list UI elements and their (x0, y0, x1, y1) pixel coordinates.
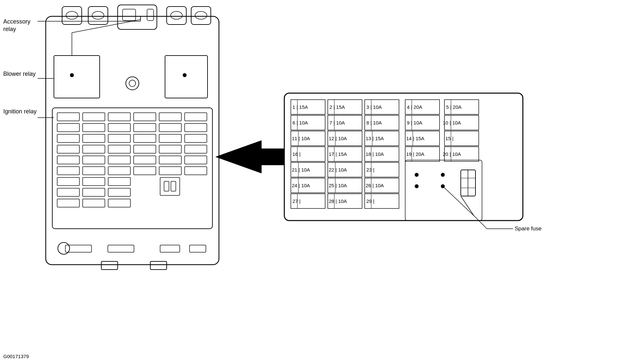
svg-line-162 (461, 196, 474, 216)
svg-text:17 | 15A: 17 | 15A (329, 151, 347, 157)
svg-rect-54 (108, 167, 130, 175)
svg-rect-66 (108, 199, 130, 207)
svg-rect-71 (108, 245, 134, 252)
svg-rect-82 (284, 93, 523, 221)
diagram-container: 1 | 15A 2 | 15A 3 | 10A 4 | 20A 5 | 20A … (0, 0, 632, 364)
svg-point-20 (129, 80, 136, 87)
svg-rect-101 (328, 115, 362, 130)
svg-line-161 (443, 186, 474, 216)
svg-rect-163 (291, 178, 325, 193)
svg-point-155 (441, 173, 445, 177)
svg-text:2 | 15A: 2 | 15A (329, 104, 345, 110)
svg-text:10 | 10A: 10 | 10A (443, 120, 461, 125)
svg-rect-49 (134, 156, 156, 164)
svg-rect-43 (134, 145, 156, 153)
svg-rect-9 (191, 7, 211, 25)
svg-rect-152 (405, 160, 482, 221)
accessory-relay-label: Accessoryrelay (3, 18, 30, 33)
svg-rect-34 (57, 134, 79, 142)
svg-rect-146 (328, 162, 362, 177)
svg-rect-31 (134, 124, 156, 132)
svg-rect-65 (83, 199, 105, 207)
svg-text:5 | 20A: 5 | 20A (446, 104, 461, 110)
svg-rect-8 (167, 7, 186, 25)
svg-rect-48 (108, 156, 130, 164)
svg-rect-140 (444, 147, 479, 161)
svg-rect-52 (57, 167, 79, 175)
svg-text:21 | 10A: 21 | 10A (292, 167, 310, 173)
svg-rect-95 (444, 100, 479, 114)
svg-rect-17 (165, 56, 208, 98)
svg-rect-169 (365, 178, 399, 193)
svg-rect-29 (83, 124, 105, 132)
svg-rect-89 (365, 100, 399, 114)
image-code: G00171379 (3, 354, 29, 359)
svg-rect-68 (164, 181, 169, 191)
svg-rect-27 (185, 113, 207, 121)
svg-rect-24 (108, 113, 130, 121)
svg-rect-125 (444, 131, 479, 146)
svg-text:29 |: 29 | (366, 198, 374, 204)
svg-text:18 | 10A: 18 | 10A (366, 151, 384, 157)
svg-rect-57 (185, 167, 207, 175)
svg-rect-72 (160, 245, 180, 252)
svg-rect-143 (291, 162, 325, 177)
svg-rect-40 (57, 145, 79, 153)
svg-text:22 | 10A: 22 | 10A (329, 167, 347, 173)
svg-text:26 | 10A: 26 | 10A (366, 183, 384, 188)
svg-rect-92 (405, 100, 440, 114)
svg-rect-41 (83, 145, 105, 153)
svg-rect-22 (57, 113, 79, 121)
svg-text:Spare fuse: Spare fuse (515, 225, 541, 232)
svg-point-19 (126, 77, 139, 90)
svg-rect-61 (57, 188, 79, 196)
svg-text:28 | 10A: 28 | 10A (329, 198, 347, 204)
svg-text:15 |: 15 | (445, 136, 454, 141)
svg-rect-63 (108, 188, 130, 196)
svg-rect-21 (52, 108, 212, 229)
svg-rect-56 (159, 167, 181, 175)
svg-rect-25 (134, 113, 156, 121)
svg-point-3 (66, 11, 78, 19)
svg-rect-23 (83, 113, 105, 121)
svg-text:7 | 10A: 7 | 10A (329, 120, 345, 125)
svg-rect-2 (88, 7, 108, 25)
svg-rect-59 (83, 177, 105, 186)
svg-rect-0 (46, 16, 219, 265)
svg-rect-166 (328, 178, 362, 193)
svg-rect-116 (328, 131, 362, 146)
svg-text:19 | 20A: 19 | 20A (406, 151, 424, 157)
svg-marker-81 (216, 141, 284, 173)
svg-rect-45 (185, 145, 207, 153)
svg-rect-51 (185, 156, 207, 164)
svg-rect-137 (405, 147, 440, 161)
svg-rect-60 (108, 177, 130, 186)
svg-rect-55 (134, 167, 156, 175)
svg-text:25 | 10A: 25 | 10A (329, 183, 347, 188)
svg-text:16 |: 16 | (292, 151, 301, 157)
svg-point-156 (441, 184, 445, 188)
svg-rect-5 (118, 5, 157, 29)
svg-rect-122 (405, 131, 440, 146)
ignition-relay-label: Ignition relay (3, 108, 37, 115)
svg-rect-75 (150, 261, 167, 270)
svg-text:24 | 10A: 24 | 10A (292, 183, 310, 188)
svg-rect-44 (159, 145, 181, 153)
svg-rect-70 (65, 245, 91, 252)
svg-rect-119 (365, 131, 399, 146)
svg-rect-67 (160, 177, 180, 195)
svg-point-153 (415, 173, 419, 177)
svg-line-181 (474, 216, 487, 229)
svg-rect-74 (101, 261, 118, 270)
svg-rect-107 (405, 115, 440, 130)
svg-rect-134 (365, 147, 399, 161)
svg-rect-98 (291, 115, 325, 130)
svg-rect-30 (108, 124, 130, 132)
svg-rect-113 (291, 131, 325, 146)
svg-point-13 (70, 73, 74, 77)
svg-rect-86 (328, 100, 362, 114)
svg-text:11 | 10A: 11 | 10A (292, 136, 310, 141)
svg-rect-69 (171, 181, 176, 191)
svg-rect-53 (83, 167, 105, 175)
svg-rect-7 (147, 9, 154, 21)
